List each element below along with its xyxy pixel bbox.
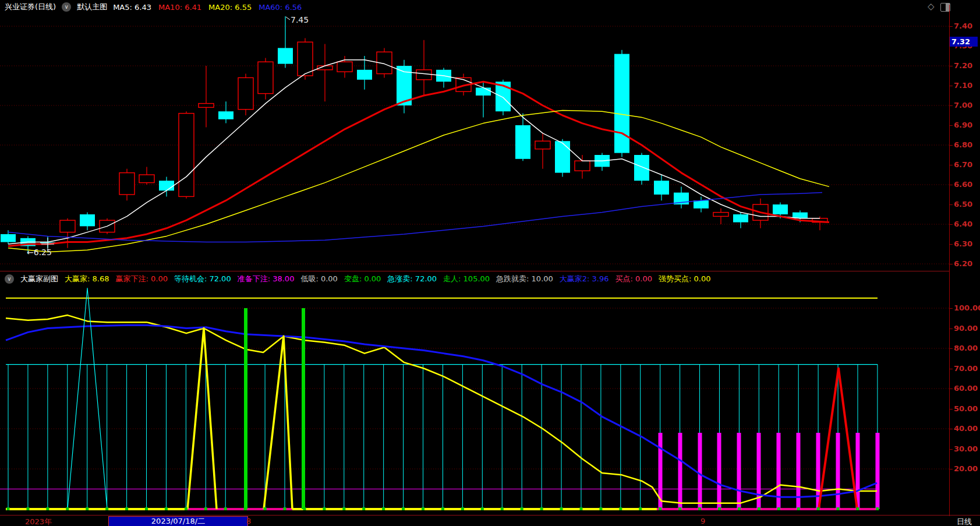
zero-dot <box>560 507 563 510</box>
zero-dot <box>7 507 10 510</box>
candle <box>337 56 352 77</box>
price-axis-label: 7.40 <box>954 22 972 30</box>
zero-dot <box>837 507 840 510</box>
candle <box>119 169 135 200</box>
axis-tick <box>949 348 953 349</box>
candle <box>139 167 154 185</box>
ma-legend-item: MA60: 6.56 <box>259 3 302 12</box>
ma5-line <box>8 60 820 244</box>
zero-dot <box>718 507 721 510</box>
ma10-line <box>8 82 829 246</box>
zero-dot <box>758 507 760 510</box>
zero-dot <box>481 507 484 510</box>
price-axis-label: 6.70 <box>954 160 972 169</box>
price-tag: 7.32 <box>950 37 978 47</box>
ma-legend-item: MA20: 6.55 <box>208 3 252 12</box>
candle <box>397 60 412 114</box>
month-tick-label: 9 <box>700 517 705 525</box>
indicator-legend-item: 变盘: 0.00 <box>344 274 381 284</box>
zero-dot <box>244 507 247 510</box>
candle <box>60 218 75 248</box>
zero-dot <box>678 507 681 510</box>
trading-app-window: 兴业证券(日线) ∨ 默认主图 MA5: 6.43MA10: 6.41MA20:… <box>0 0 980 526</box>
price-axis-label: 6.30 <box>954 239 972 248</box>
value-axis-label: 30.00 <box>954 444 978 453</box>
month-tick-label: 8 <box>246 517 251 525</box>
indicator-legend-item: 赢家下注: 0.00 <box>115 274 167 284</box>
zero-dot <box>185 507 187 510</box>
candle <box>80 213 95 231</box>
indicator-legend-item: 走人: 105.00 <box>443 274 490 284</box>
candle <box>614 50 629 157</box>
main-overlay-label[interactable]: 默认主图 <box>77 2 107 12</box>
axis-tick <box>949 449 953 450</box>
indicator-legend-item: 买点: 0.00 <box>615 274 652 284</box>
price-axis-label: 7.00 <box>954 101 972 110</box>
zero-dot <box>639 507 642 510</box>
axis-tick <box>949 329 953 329</box>
zero-dot <box>204 507 207 510</box>
zero-dot <box>856 507 859 510</box>
indicator-legend: 大赢家: 8.68赢家下注: 0.00等待机会: 72.00准备下注: 38.0… <box>65 274 710 284</box>
zero-dot <box>876 507 879 510</box>
zero-dot <box>461 507 464 510</box>
indicator-legend-item: 大赢家: 8.68 <box>65 274 109 284</box>
candle <box>317 44 332 102</box>
zero-dot <box>777 507 780 510</box>
zero-dot <box>125 507 128 510</box>
axis-tick <box>949 369 953 369</box>
winner2-blue <box>6 325 877 497</box>
zero-dot <box>659 507 661 510</box>
axis-tick <box>949 409 953 409</box>
zero-dot <box>86 507 89 510</box>
chevron-down-icon[interactable]: ∨ <box>5 274 14 284</box>
price-axis-label: 7.10 <box>954 81 972 90</box>
main-candlestick-chart[interactable]: 7.45←6.25 <box>0 14 949 270</box>
indicator-legend-item: 低吸: 0.00 <box>300 274 337 284</box>
candle <box>258 58 273 99</box>
axis-tick <box>949 429 953 429</box>
zero-dot <box>619 507 622 510</box>
candle <box>515 114 530 161</box>
value-axis-label: 100.00 <box>954 303 980 312</box>
price-axis-label: 7.20 <box>954 61 972 70</box>
zero-dot <box>441 507 444 510</box>
price-axis-label: 6.80 <box>954 140 972 149</box>
page-title: 兴业证券(日线) <box>5 2 56 12</box>
zero-dot <box>145 507 148 510</box>
zero-dot <box>579 507 582 510</box>
zero-dot <box>303 507 306 510</box>
value-axis-label: 20.00 <box>954 464 978 473</box>
chevron-down-icon[interactable]: ∨ <box>62 2 71 12</box>
period-label[interactable]: 日线 <box>957 517 972 526</box>
cursor-date-box: 2023/07/18/二 <box>108 516 248 526</box>
candle <box>555 139 570 177</box>
zero-dot <box>362 507 365 510</box>
indicator-legend-item: 等待机会: 72.00 <box>174 274 231 284</box>
candle <box>654 175 669 200</box>
value-axis-label: 50.00 <box>954 404 978 413</box>
value-axis-label: 70.00 <box>954 364 978 373</box>
zero-dot <box>501 507 504 510</box>
indicator-subchart[interactable] <box>0 287 949 515</box>
price-axis-label: 6.60 <box>954 180 972 189</box>
bottom-separator <box>0 515 980 516</box>
zero-dot <box>540 507 543 510</box>
candle <box>733 213 748 228</box>
zero-dot <box>698 507 701 510</box>
zero-dot <box>422 507 424 510</box>
winner-yellow <box>6 315 877 503</box>
value-axis-label: 90.00 <box>954 324 978 333</box>
value-axis-label: 80.00 <box>954 344 978 352</box>
zero-dot <box>797 507 800 510</box>
zero-dot <box>599 507 602 510</box>
indicator-legend-item: 准备下注: 38.00 <box>238 274 295 284</box>
axis-tick <box>949 469 953 469</box>
zero-dot <box>264 507 267 510</box>
diamond-icon[interactable]: ◇ <box>928 1 935 12</box>
price-axis-label: 6.20 <box>954 259 972 268</box>
candle <box>179 111 194 199</box>
candle <box>694 196 709 212</box>
zero-dot <box>46 507 49 510</box>
yellow-spike-1 <box>187 329 217 510</box>
